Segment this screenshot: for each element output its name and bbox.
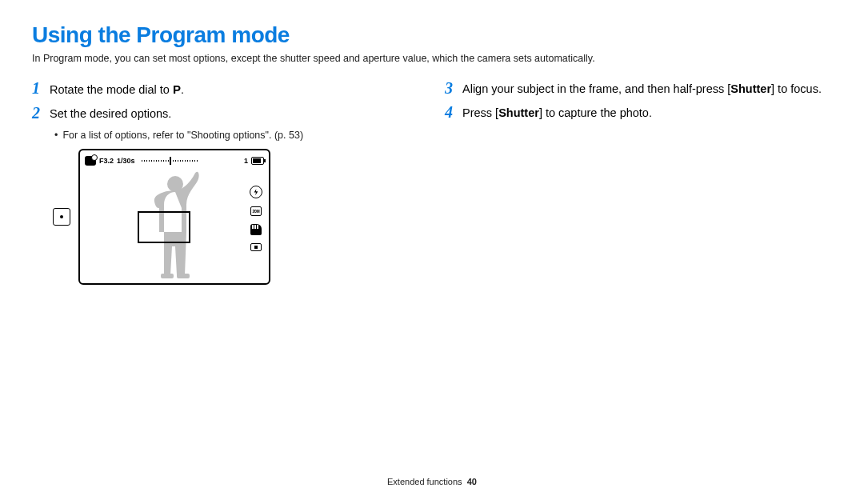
step-3: 3 Align your subject in the frame, and t… xyxy=(445,82,832,98)
step-number: 3 xyxy=(445,80,462,96)
lcd-top-bar: F3.2 1/30s 1 xyxy=(85,155,264,166)
step-body: Rotate the mode dial to P. xyxy=(50,82,184,98)
step-number: 4 xyxy=(445,104,462,120)
aperture-value: F3.2 xyxy=(99,157,114,165)
camera-lcd: F3.2 1/30s 1 xyxy=(78,149,270,285)
svg-rect-1 xyxy=(161,274,174,278)
ev-scale-icon xyxy=(142,158,198,164)
resolution-icon xyxy=(250,206,262,216)
dpad-icon xyxy=(53,208,70,226)
intro-text: In Program mode, you can set most option… xyxy=(32,53,832,64)
step-number: 1 xyxy=(32,80,50,96)
left-column: 1 Rotate the mode dial to P. 2 Set the d… xyxy=(32,82,419,285)
page-title: Using the Program mode xyxy=(32,22,832,48)
step-2: 2 Set the desired options. xyxy=(32,106,419,122)
shutter-label: Shutter xyxy=(498,106,539,119)
battery-icon xyxy=(251,157,264,165)
metering-icon xyxy=(250,243,262,251)
step-text-post: . xyxy=(181,83,184,96)
step-body: Press [Shutter] to capture the photo. xyxy=(462,106,652,122)
step-text-post: ] to capture the photo. xyxy=(539,106,652,119)
bullet-text: For a list of options, refer to "Shootin… xyxy=(62,130,303,141)
step-4: 4 Press [Shutter] to capture the photo. xyxy=(445,106,832,122)
svg-rect-2 xyxy=(177,274,190,278)
step-1: 1 Rotate the mode dial to P. xyxy=(32,82,419,98)
right-column: 3 Align your subject in the frame, and t… xyxy=(445,82,832,285)
step-text-pre: Align your subject in the frame, and the… xyxy=(462,82,730,95)
page-footer: Extended functions 40 xyxy=(0,477,864,486)
focus-frame-icon xyxy=(138,211,190,243)
step-text-pre: Rotate the mode dial to xyxy=(50,83,173,96)
footer-page-number: 40 xyxy=(467,477,477,486)
step-text-pre: Press [ xyxy=(462,106,498,119)
step-2-bullet: For a list of options, refer to "Shootin… xyxy=(54,130,419,141)
mode-icon xyxy=(85,156,96,166)
lcd-side-icons xyxy=(250,186,262,251)
shots-remaining: 1 xyxy=(244,157,248,165)
lcd-illustration: F3.2 1/30s 1 xyxy=(53,149,419,285)
flash-icon xyxy=(250,186,262,198)
step-text-post: ] to focus. xyxy=(771,82,822,95)
mode-dial-p-icon: P xyxy=(173,82,181,96)
shutter-value: 1/30s xyxy=(117,157,135,165)
content-columns: 1 Rotate the mode dial to P. 2 Set the d… xyxy=(32,82,832,285)
shutter-label: Shutter xyxy=(730,82,771,95)
step-body: Align your subject in the frame, and the… xyxy=(462,82,822,98)
step-number: 2 xyxy=(32,105,50,121)
footer-section: Extended functions xyxy=(387,477,462,486)
image-stabilization-icon xyxy=(250,224,262,235)
step-body: Set the desired options. xyxy=(50,106,171,122)
